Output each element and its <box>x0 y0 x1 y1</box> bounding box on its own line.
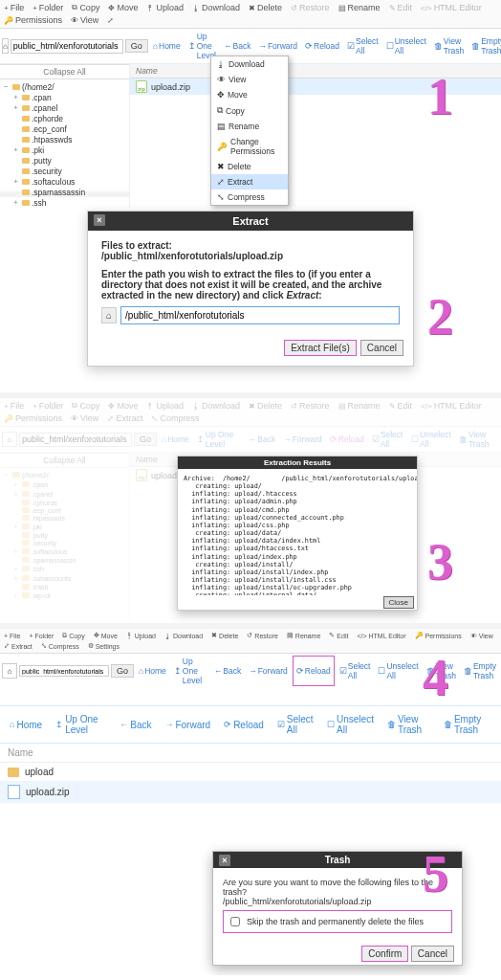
nav-forward-large[interactable]: →Forward <box>161 712 214 737</box>
tree-item[interactable]: .putty <box>4 155 125 166</box>
ctx-extract[interactable]: ⤢Extract <box>211 174 288 189</box>
tree-item[interactable]: .spamassassin <box>4 556 125 564</box>
tree-item[interactable]: +.pki <box>4 145 125 155</box>
ctx-copy[interactable]: ⧉Copy <box>211 102 288 119</box>
tree-item[interactable]: .htpasswds <box>4 514 125 522</box>
htmleditor-button: </>HTML Editor <box>417 2 486 13</box>
nav-selectall[interactable]: ☑Select All <box>344 31 381 61</box>
tree-item[interactable]: .security <box>4 166 125 176</box>
folder-button[interactable]: +Folder <box>29 2 67 13</box>
permissions-button[interactable]: 🔑Permissions <box>0 14 66 26</box>
ctx-move[interactable]: ✥Move <box>211 87 288 102</box>
tree-item[interactable]: .cphorde <box>4 113 125 123</box>
trash-icon: 🗑 <box>434 41 443 51</box>
view-button[interactable]: 👁View <box>67 14 102 26</box>
file-button[interactable]: +File <box>0 2 28 13</box>
nav-home[interactable]: ⌂Home <box>150 31 184 61</box>
path-home-icon[interactable]: ⌂ <box>101 307 117 323</box>
tree-item[interactable]: .putty <box>4 531 125 539</box>
nav-unselectall[interactable]: ☐Unselect All <box>383 31 429 61</box>
nav-selectall-large[interactable]: ☑Select All <box>273 712 317 737</box>
download-icon: ⭳ <box>192 4 200 12</box>
tree-item[interactable]: +.softaculous <box>4 546 125 556</box>
step-number: 2 <box>427 287 453 346</box>
download-button[interactable]: ⭳Download <box>188 2 244 13</box>
tree-item[interactable]: +.wp-cli <box>4 590 125 600</box>
back-icon: ← <box>120 720 128 729</box>
step-number: 1 <box>427 67 453 126</box>
nav-emptytrash-large[interactable]: 🗑Empty Trash <box>440 712 495 737</box>
extract-button[interactable]: ⤢ <box>103 15 118 26</box>
nav-bar-large: ⌂Home ↥Up One Level ←Back →Forward ⟳Relo… <box>0 705 501 744</box>
file-row-zip[interactable]: upload.zip <box>0 781 501 803</box>
folder-tree: Collapse All −(/home2/+.cpan+.cpanel.cph… <box>0 64 130 208</box>
tree-item[interactable]: .security <box>4 539 125 546</box>
ctx-download[interactable]: ⭳Download <box>211 56 288 72</box>
tree-item[interactable]: +.ssh <box>4 197 125 208</box>
confirm-button[interactable]: Confirm <box>361 946 408 962</box>
tree-item[interactable]: −(/home2/ <box>4 81 125 92</box>
nav-unselectall-large[interactable]: ☐Unselect All <box>323 712 378 737</box>
tree-item[interactable]: +.softaculous <box>4 176 125 187</box>
ctx-compress[interactable]: ⤡Compress <box>211 189 288 205</box>
go-button[interactable]: Go <box>125 39 148 53</box>
nav-reload[interactable]: ⟳Reload <box>302 31 342 61</box>
plus-icon: + <box>33 4 37 12</box>
extract-instructions: Enter the path you wish to extract the f… <box>101 269 400 301</box>
nav-home-large[interactable]: ⌂Home <box>6 712 46 737</box>
tree-item[interactable]: +.cpan <box>4 92 125 102</box>
nav-up-large[interactable]: ↥Up One Level <box>52 712 110 737</box>
nav-back-large[interactable]: ←Back <box>116 712 155 737</box>
tree-item[interactable]: .spamassassin <box>4 187 125 197</box>
step-number: 5 <box>423 844 448 903</box>
copy-button[interactable]: ⧉Copy <box>68 2 103 13</box>
tree-item[interactable]: +.cpanel <box>4 102 125 113</box>
cancel-button[interactable]: Cancel <box>411 946 454 962</box>
extract-path-input[interactable] <box>120 306 400 324</box>
tree-item[interactable]: +.pki <box>4 522 125 531</box>
home-icon: ⌂ <box>10 720 14 729</box>
extract-files-button[interactable]: Extract File(s) <box>284 340 357 356</box>
nav-viewtrash[interactable]: 🗑View Trash <box>431 31 467 61</box>
folder-row[interactable]: upload <box>0 763 501 781</box>
tree-item[interactable]: +.cpan <box>4 479 125 489</box>
tree-item[interactable]: +.subaccounts <box>4 573 125 583</box>
column-name-large[interactable]: Name <box>0 744 501 763</box>
skip-trash-checkbox[interactable] <box>230 917 240 926</box>
tree-item[interactable]: .cphorde <box>4 499 125 506</box>
home-path-button[interactable]: ⌂ <box>2 38 9 54</box>
nav-viewtrash-large[interactable]: 🗑View Trash <box>383 712 434 737</box>
delete-button[interactable]: ✖Delete <box>245 2 286 13</box>
close-icon[interactable]: × <box>219 855 230 866</box>
close-button[interactable]: Close <box>383 596 414 609</box>
tree-item[interactable]: −(/home2/ <box>4 470 125 479</box>
eye-icon: 👁 <box>71 16 78 25</box>
ctx-rename[interactable]: ▤Rename <box>211 119 288 134</box>
nav-emptytrash[interactable]: 🗑Empty Trash <box>468 31 501 61</box>
ctx-perm[interactable]: 🔑Change Permissions <box>211 134 288 159</box>
tree-item[interactable]: .trash <box>4 583 125 590</box>
plus-icon: + <box>4 4 9 12</box>
step-3: +File +Folder ⧉Copy ✥Move ⭱Upload ⭳Downl… <box>0 398 501 623</box>
context-menu: ⭳Download 👁View ✥Move ⧉Copy ▤Rename 🔑Cha… <box>210 56 289 206</box>
ctx-view[interactable]: 👁View <box>211 72 288 87</box>
upload-button[interactable]: ⭱Upload <box>142 2 187 13</box>
skip-trash-row[interactable]: Skip the trash and permanently delete th… <box>223 910 452 933</box>
close-icon[interactable]: × <box>94 214 105 226</box>
zip-icon: zip <box>136 80 147 93</box>
nav-reload-large[interactable]: ⟳Reload <box>220 712 268 737</box>
cancel-button[interactable]: Cancel <box>360 340 403 356</box>
extract-file-path: /public_html/xenforotutorials/upload.zip <box>101 251 400 261</box>
tree-item[interactable]: +.cpanel <box>4 489 125 499</box>
rename-button[interactable]: ▤Rename <box>335 2 384 13</box>
step-number: 3 <box>427 532 453 591</box>
collapse-all[interactable]: Collapse All <box>0 64 129 79</box>
tree-item[interactable]: .ecp_conf <box>4 123 125 134</box>
tree-item[interactable]: .htpasswds <box>4 134 125 145</box>
tree-item[interactable]: +.ssh <box>4 564 125 573</box>
ctx-delete[interactable]: ✖Delete <box>211 159 288 174</box>
move-button[interactable]: ✥Move <box>104 2 142 13</box>
tree-item[interactable]: .ecp_conf <box>4 506 125 514</box>
path-input[interactable] <box>11 39 123 54</box>
delete-icon: ✖ <box>217 162 225 171</box>
